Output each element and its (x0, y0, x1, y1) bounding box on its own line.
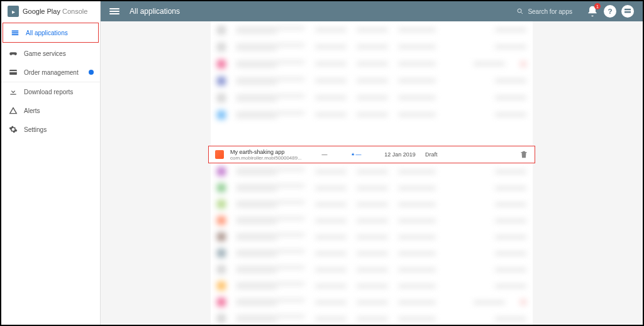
gamepad-icon (9, 49, 18, 58)
gear-icon (9, 125, 18, 134)
app-package: com.mobiroller.mobi50000489... (230, 155, 312, 161)
rating-cell: — (337, 151, 375, 158)
help-button[interactable]: ? (604, 5, 616, 18)
sidebar-item-settings[interactable]: Settings (1, 120, 100, 139)
app-list-panel: My earth-shaking app com.mobiroller.mobi… (211, 21, 533, 325)
sidebar-item-label: All applications (26, 30, 68, 36)
download-icon (9, 87, 18, 96)
sidebar-item-label: Settings (24, 126, 47, 133)
blurred-rows-bottom (211, 163, 533, 325)
content: My earth-shaking app com.mobiroller.mobi… (101, 21, 643, 325)
main: All applications Search for apps 1 ? (101, 1, 643, 325)
notification-badge: 1 (594, 3, 601, 9)
brand-name: Google Play (23, 8, 60, 15)
app-name-cell: My earth-shaking app com.mobiroller.mobi… (230, 149, 312, 161)
svg-text:?: ? (608, 7, 612, 15)
sidebar: Google Play Console All applications Gam… (1, 1, 101, 325)
sidebar-item-label: Order management (24, 69, 79, 76)
sidebar-item-order-management[interactable]: Order management (1, 63, 100, 82)
sidebar-item-label: Download reports (24, 89, 73, 95)
svg-rect-2 (12, 34, 19, 35)
topbar: All applications Search for apps 1 ? (101, 1, 643, 21)
svg-rect-9 (625, 11, 631, 13)
badge-icon (89, 70, 94, 75)
blurred-rows-top (211, 21, 533, 147)
alert-icon (9, 106, 18, 115)
app-name: My earth-shaking app (230, 149, 312, 155)
menu-icon[interactable] (109, 6, 119, 16)
account-button[interactable] (621, 5, 634, 18)
app-row-focused[interactable]: My earth-shaking app com.mobiroller.mobi… (208, 146, 535, 163)
svg-point-5 (518, 9, 521, 13)
sidebar-item-all-applications[interactable]: All applications (3, 23, 99, 43)
search-input[interactable]: Search for apps (516, 8, 572, 15)
sidebar-item-label: Alerts (24, 107, 40, 114)
sidebar-header: Google Play Console (1, 1, 100, 21)
page-title: All applications (130, 7, 180, 16)
svg-rect-4 (9, 71, 17, 72)
svg-rect-8 (625, 9, 631, 10)
delete-button[interactable] (519, 150, 528, 159)
svg-line-6 (521, 13, 523, 14)
sidebar-item-label: Game services (24, 50, 66, 57)
search-placeholder: Search for apps (528, 8, 572, 15)
status-cell: Draft (425, 151, 469, 158)
sidebar-item-game-services[interactable]: Game services (1, 44, 100, 63)
brand-suffix: Console (62, 8, 87, 15)
notifications-button[interactable]: 1 (586, 5, 599, 18)
installs-cell: — (312, 151, 337, 158)
svg-rect-1 (12, 32, 19, 33)
sidebar-item-alerts[interactable]: Alerts (1, 101, 100, 120)
sidebar-item-download-reports[interactable]: Download reports (1, 82, 100, 101)
apps-icon (11, 28, 19, 37)
svg-rect-0 (12, 31, 19, 32)
app-icon (215, 150, 224, 159)
brand-title: Google Play Console (23, 8, 87, 15)
card-icon (9, 68, 18, 77)
search-icon (516, 8, 524, 15)
play-console-logo-icon (8, 6, 19, 17)
updated-cell: 12 Jan 2019 (375, 151, 425, 158)
